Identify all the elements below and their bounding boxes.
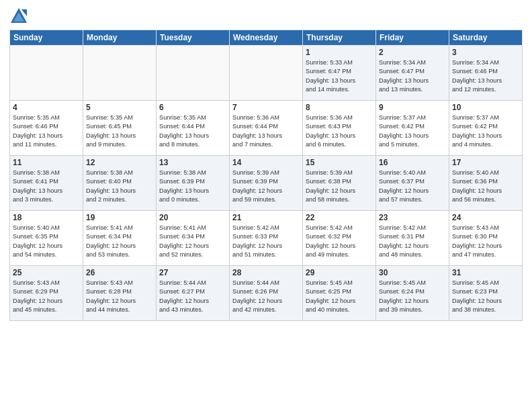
table-row: 9Sunrise: 5:37 AMSunset: 6:42 PMDaylight… [376,101,449,156]
day-info: Sunrise: 5:33 AMSunset: 6:47 PMDaylight:… [306,58,373,94]
table-row: 1Sunrise: 5:33 AMSunset: 6:47 PMDaylight… [303,46,376,101]
table-row: 5Sunrise: 5:35 AMSunset: 6:45 PMDaylight… [83,101,157,156]
table-row: 27Sunrise: 5:44 AMSunset: 6:27 PMDayligh… [157,266,230,321]
table-row: 23Sunrise: 5:42 AMSunset: 6:31 PMDayligh… [376,211,449,266]
table-row: 25Sunrise: 5:43 AMSunset: 6:29 PMDayligh… [10,266,83,321]
calendar-week-row: 25Sunrise: 5:43 AMSunset: 6:29 PMDayligh… [10,266,523,321]
calendar-day-header: Thursday [303,30,376,46]
day-info: Sunrise: 5:42 AMSunset: 6:32 PMDaylight:… [306,224,373,259]
day-info: Sunrise: 5:42 AMSunset: 6:33 PMDaylight:… [232,224,300,259]
table-row: 31Sunrise: 5:45 AMSunset: 6:23 PMDayligh… [449,266,523,321]
table-row: 29Sunrise: 5:45 AMSunset: 6:25 PMDayligh… [303,266,376,321]
calendar-day-header: Sunday [10,30,83,46]
day-info: Sunrise: 5:42 AMSunset: 6:31 PMDaylight:… [379,224,446,259]
day-number: 11 [13,158,80,167]
day-info: Sunrise: 5:35 AMSunset: 6:46 PMDaylight:… [13,113,80,149]
calendar-header-row: SundayMondayTuesdayWednesdayThursdayFrid… [10,30,523,46]
day-info: Sunrise: 5:44 AMSunset: 6:27 PMDaylight:… [159,279,226,314]
day-info: Sunrise: 5:36 AMSunset: 6:43 PMDaylight:… [306,113,373,149]
day-number: 4 [13,103,80,112]
page: SundayMondayTuesdayWednesdayThursdayFrid… [0,0,532,411]
calendar-week-row: 4Sunrise: 5:35 AMSunset: 6:46 PMDaylight… [10,101,523,156]
day-number: 24 [452,213,519,222]
calendar-day-header: Monday [83,30,157,46]
day-number: 21 [232,213,300,222]
day-number: 17 [452,158,519,167]
table-row: 14Sunrise: 5:39 AMSunset: 6:39 PMDayligh… [230,156,303,211]
table-row: 15Sunrise: 5:39 AMSunset: 6:38 PMDayligh… [303,156,376,211]
day-number: 26 [86,268,153,277]
day-number: 8 [306,103,373,112]
day-info: Sunrise: 5:36 AMSunset: 6:44 PMDaylight:… [232,113,300,149]
table-row: 26Sunrise: 5:43 AMSunset: 6:28 PMDayligh… [83,266,157,321]
calendar-week-row: 18Sunrise: 5:40 AMSunset: 6:35 PMDayligh… [10,211,523,266]
day-info: Sunrise: 5:41 AMSunset: 6:34 PMDaylight:… [86,224,153,259]
day-number: 15 [306,158,373,167]
day-number: 1 [306,48,373,57]
day-number: 31 [452,268,519,277]
day-info: Sunrise: 5:43 AMSunset: 6:29 PMDaylight:… [13,279,80,314]
day-number: 16 [379,158,446,167]
header [9,7,523,26]
day-number: 3 [452,48,519,57]
table-row [83,46,157,101]
day-number: 9 [379,103,446,112]
day-number: 28 [232,268,300,277]
table-row: 2Sunrise: 5:34 AMSunset: 6:47 PMDaylight… [376,46,449,101]
logo-icon [9,7,28,26]
day-info: Sunrise: 5:43 AMSunset: 6:30 PMDaylight:… [452,224,519,259]
day-number: 2 [379,48,446,57]
table-row [230,46,303,101]
calendar-day-header: Tuesday [157,30,230,46]
table-row: 24Sunrise: 5:43 AMSunset: 6:30 PMDayligh… [449,211,523,266]
table-row: 12Sunrise: 5:38 AMSunset: 6:40 PMDayligh… [83,156,157,211]
table-row: 17Sunrise: 5:40 AMSunset: 6:36 PMDayligh… [449,156,523,211]
day-info: Sunrise: 5:38 AMSunset: 6:39 PMDaylight:… [159,169,226,204]
table-row: 10Sunrise: 5:37 AMSunset: 6:42 PMDayligh… [449,101,523,156]
day-number: 6 [159,103,226,112]
day-info: Sunrise: 5:45 AMSunset: 6:23 PMDaylight:… [452,279,519,314]
day-info: Sunrise: 5:39 AMSunset: 6:38 PMDaylight:… [306,169,373,204]
table-row: 20Sunrise: 5:41 AMSunset: 6:34 PMDayligh… [157,211,230,266]
calendar: SundayMondayTuesdayWednesdayThursdayFrid… [9,30,523,321]
day-info: Sunrise: 5:45 AMSunset: 6:24 PMDaylight:… [379,279,446,314]
day-number: 12 [86,158,153,167]
day-info: Sunrise: 5:35 AMSunset: 6:44 PMDaylight:… [159,113,226,149]
day-info: Sunrise: 5:40 AMSunset: 6:37 PMDaylight:… [379,169,446,204]
table-row: 28Sunrise: 5:44 AMSunset: 6:26 PMDayligh… [230,266,303,321]
logo [9,7,31,26]
calendar-week-row: 1Sunrise: 5:33 AMSunset: 6:47 PMDaylight… [10,46,523,101]
table-row [10,46,83,101]
day-info: Sunrise: 5:44 AMSunset: 6:26 PMDaylight:… [232,279,300,314]
day-info: Sunrise: 5:38 AMSunset: 6:41 PMDaylight:… [13,169,80,204]
day-number: 30 [379,268,446,277]
day-number: 23 [379,213,446,222]
table-row: 8Sunrise: 5:36 AMSunset: 6:43 PMDaylight… [303,101,376,156]
day-number: 14 [232,158,300,167]
table-row: 21Sunrise: 5:42 AMSunset: 6:33 PMDayligh… [230,211,303,266]
day-number: 20 [159,213,226,222]
day-info: Sunrise: 5:35 AMSunset: 6:45 PMDaylight:… [86,113,153,149]
day-number: 18 [13,213,80,222]
table-row: 7Sunrise: 5:36 AMSunset: 6:44 PMDaylight… [230,101,303,156]
day-number: 29 [306,268,373,277]
table-row: 11Sunrise: 5:38 AMSunset: 6:41 PMDayligh… [10,156,83,211]
calendar-day-header: Wednesday [230,30,303,46]
day-info: Sunrise: 5:43 AMSunset: 6:28 PMDaylight:… [86,279,153,314]
table-row [157,46,230,101]
table-row: 3Sunrise: 5:34 AMSunset: 6:46 PMDaylight… [449,46,523,101]
day-info: Sunrise: 5:37 AMSunset: 6:42 PMDaylight:… [379,113,446,149]
day-info: Sunrise: 5:34 AMSunset: 6:47 PMDaylight:… [379,58,446,94]
day-info: Sunrise: 5:38 AMSunset: 6:40 PMDaylight:… [86,169,153,204]
day-info: Sunrise: 5:34 AMSunset: 6:46 PMDaylight:… [452,58,519,94]
day-number: 19 [86,213,153,222]
calendar-week-row: 11Sunrise: 5:38 AMSunset: 6:41 PMDayligh… [10,156,523,211]
day-number: 25 [13,268,80,277]
calendar-day-header: Saturday [449,30,523,46]
day-number: 5 [86,103,153,112]
day-info: Sunrise: 5:45 AMSunset: 6:25 PMDaylight:… [306,279,373,314]
day-number: 22 [306,213,373,222]
calendar-day-header: Friday [376,30,449,46]
day-number: 13 [159,158,226,167]
day-info: Sunrise: 5:37 AMSunset: 6:42 PMDaylight:… [452,113,519,149]
